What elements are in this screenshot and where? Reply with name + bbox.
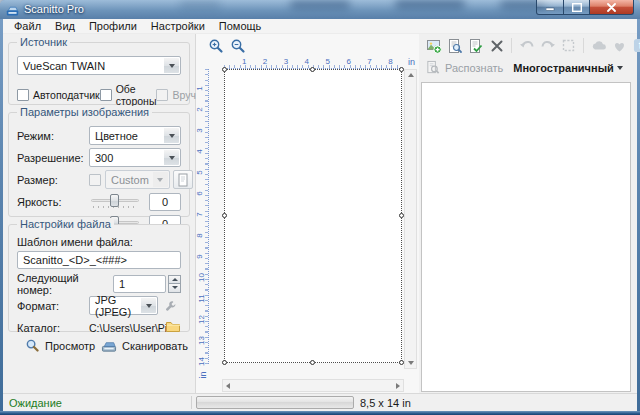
selection-handle[interactable] — [310, 360, 315, 365]
menu-file[interactable]: Файл — [7, 20, 48, 32]
browse-folder-button[interactable] — [165, 319, 181, 337]
favorite-button — [611, 37, 628, 54]
edit-document-icon — [468, 38, 484, 54]
mode-select[interactable]: Цветное — [89, 126, 181, 145]
selection-handle[interactable] — [222, 67, 227, 72]
scan-button[interactable]: Сканировать — [101, 338, 202, 353]
checkbox-autofeeder-label: Автоподатчик — [33, 89, 100, 101]
size-checkbox — [89, 174, 101, 186]
zoom-out-icon — [230, 38, 246, 54]
preview-panel: 12345678 in 1234567891011121314 in — [196, 34, 419, 393]
twitter-share-button: t — [632, 37, 640, 54]
source-device-value: VueScan TWAIN — [23, 60, 105, 72]
spin-down-icon[interactable] — [168, 283, 181, 293]
undo-button — [518, 37, 535, 54]
preview-button[interactable]: Просмотр — [25, 338, 95, 353]
glass-smudge — [180, 2, 220, 7]
resolution-select[interactable]: 300 — [89, 148, 181, 167]
status-state: Ожидание — [9, 397, 62, 409]
brightness-slider[interactable] — [89, 192, 141, 211]
ruler-tick-label: 11 — [197, 294, 206, 302]
next-number-input[interactable]: 1 — [113, 275, 166, 293]
vertical-ruler: 1234567891011121314 — [199, 69, 209, 364]
scroll-left-icon[interactable] — [226, 383, 230, 389]
source-device-select[interactable]: VueScan TWAIN — [17, 56, 181, 75]
add-image-button[interactable] — [425, 37, 442, 54]
glass-smudge — [395, 0, 465, 8]
status-bar: Ожидание 8,5 x 14 in — [3, 393, 637, 411]
checkbox-autofeeder[interactable]: Автоподатчик — [17, 83, 100, 107]
ruler-tick-label: 5 — [326, 57, 330, 66]
directory-value: C:\Users\User\Pictures\Scanit — [89, 322, 167, 334]
scan-selection-area[interactable] — [224, 69, 402, 363]
settings-panel: Источник VueScan TWAIN Автоподатчик — [3, 34, 196, 393]
brightness-value[interactable]: 0 — [149, 193, 181, 211]
vertical-scrollbar[interactable] — [404, 69, 417, 369]
resolution-label: Разрешение: — [17, 152, 89, 164]
menu-view[interactable]: Вид — [48, 20, 82, 32]
checkbox-duplex-label: Обе стороны — [116, 83, 157, 107]
view-document-button[interactable] — [446, 37, 463, 54]
ruler-unit-horizontal: in — [408, 57, 415, 67]
multipage-dropdown[interactable]: Многостраничный — [513, 62, 622, 74]
selection-handle[interactable] — [310, 67, 315, 72]
format-value: JPG (JPEG) — [95, 294, 137, 318]
checkbox-icon — [156, 89, 168, 101]
delete-button[interactable] — [488, 37, 505, 54]
brightness-label: Яркость: — [17, 196, 89, 208]
redo-icon — [540, 38, 556, 54]
scroll-right-icon[interactable] — [396, 383, 400, 389]
file-settings-groupbox-label: Настройки файла — [17, 218, 114, 230]
chevron-down-icon — [164, 128, 179, 143]
crop-button — [560, 37, 577, 54]
menu-profiles[interactable]: Профили — [82, 20, 144, 32]
format-options-button — [161, 296, 181, 315]
edit-document-button[interactable] — [467, 37, 484, 54]
page-size-button[interactable] — [173, 170, 193, 189]
toolbar-separator — [511, 38, 512, 53]
zoom-out-button[interactable] — [230, 38, 246, 54]
menu-settings[interactable]: Настройки — [144, 20, 212, 32]
selection-handle[interactable] — [222, 213, 227, 218]
ruler-tick-label: 3 — [195, 128, 204, 132]
slider-thumb[interactable] — [110, 194, 119, 207]
image-params-groupbox-label: Параметры изображения — [17, 106, 152, 118]
recognize-button-label: Распознать — [445, 62, 503, 74]
format-select[interactable]: JPG (JPEG) — [89, 296, 158, 315]
checkbox-icon — [17, 89, 29, 101]
directory-label: Каталог: — [17, 322, 89, 334]
checkbox-duplex[interactable]: Обе стороны — [100, 83, 157, 107]
maximize-button[interactable] — [563, 0, 590, 15]
title-bar[interactable]: Scanitto Pro — [0, 0, 640, 19]
menu-help[interactable]: Помощь — [212, 20, 269, 32]
ruler-tick-label: 8 — [195, 233, 204, 237]
selection-handle[interactable] — [222, 360, 227, 365]
toolbar-separator — [583, 38, 584, 53]
horizontal-scrollbar[interactable] — [222, 379, 404, 392]
scroll-up-icon[interactable] — [408, 73, 414, 77]
filename-template-input[interactable]: Scanitto_<D>_<###> — [17, 251, 181, 269]
cloud-upload-button — [590, 37, 607, 54]
recognize-button: Распознать — [425, 60, 503, 75]
next-number-spinner[interactable] — [168, 275, 181, 293]
file-settings-groupbox: Настройки файла Шаблон имени файла: Scan… — [8, 224, 190, 332]
ruler-tick-label: 2 — [195, 107, 204, 111]
minimize-button[interactable] — [536, 0, 564, 15]
size-value: Custom — [111, 174, 149, 186]
zoom-in-button[interactable] — [208, 38, 224, 54]
page-list[interactable] — [421, 82, 631, 392]
glass-smudge — [290, 1, 350, 8]
ruler-tick-label: 7 — [367, 57, 371, 66]
zoom-in-icon — [208, 38, 224, 54]
app-window: Scanitto Pro Файл Вид Профили Настройки … — [0, 0, 640, 415]
scroll-down-icon[interactable] — [408, 361, 414, 365]
image-params-groupbox: Параметры изображения Режим: Цветное Раз… — [8, 112, 190, 217]
scan-button-label: Сканировать — [122, 340, 188, 352]
chevron-down-icon — [153, 172, 168, 187]
close-button[interactable] — [589, 0, 634, 15]
progress-bar — [196, 396, 354, 409]
app-icon — [6, 3, 19, 16]
template-label: Шаблон имени файла: — [17, 236, 181, 248]
add-image-icon — [426, 38, 442, 54]
wrench-icon — [166, 301, 175, 311]
